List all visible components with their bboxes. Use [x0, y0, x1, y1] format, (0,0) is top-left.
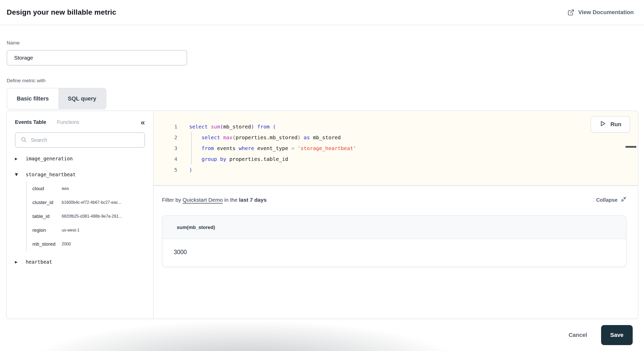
name-input[interactable]: [7, 50, 187, 66]
line-number: 5: [154, 164, 177, 175]
property-value: aws: [62, 186, 69, 191]
event-name: storage_heartbeat: [26, 172, 76, 177]
tree-event-storage_heartbeat[interactable]: ▼storage_heartbeat: [15, 169, 145, 180]
code-line-3: 3 from events where event_type = 'storag…: [154, 143, 638, 154]
property-key: cluster_id: [32, 200, 62, 205]
code-text: select max(properties.mb_stored) as mb_s…: [189, 132, 341, 143]
code-text: ): [189, 164, 192, 175]
sidebar-tabs: Events Table Functions «: [15, 119, 145, 125]
save-button[interactable]: Save: [601, 325, 633, 345]
view-documentation-label: View Documentation: [578, 9, 634, 16]
caret-down-icon[interactable]: ▼: [15, 172, 19, 177]
event-name: heartbeat: [26, 259, 52, 265]
name-label: Name: [7, 40, 187, 46]
search-box: [15, 132, 145, 148]
property-value: 6820fb25-d381-488b-9e7a-261...: [62, 214, 122, 219]
property-row-table_id[interactable]: table_id6820fb25-d381-488b-9e7a-261...: [32, 209, 145, 223]
caret-right-icon[interactable]: ▶: [15, 157, 19, 161]
query-result-table: sum(mb_stored) 3000: [162, 215, 627, 267]
property-value: b1600b4c-ef72-4b67-bc27-eac...: [62, 200, 121, 205]
define-metric-with-label: Define metric with: [7, 78, 187, 84]
play-icon: [599, 120, 606, 128]
collapse-results-button[interactable]: Collapse: [596, 196, 627, 204]
code-text: from events where event_type = 'storage_…: [189, 143, 356, 154]
run-label: Run: [610, 121, 621, 128]
property-key: region: [32, 227, 62, 233]
filter-description: Filter by Quickstart Demo in the last 7 …: [162, 197, 266, 203]
property-key: table_id: [32, 214, 62, 219]
tab-events-table[interactable]: Events Table: [15, 119, 46, 125]
metric-form: Name Define metric with Basic filters SQ…: [7, 25, 187, 109]
header: Design your new billable metric View Doc…: [0, 0, 644, 25]
property-key: mb_stored: [32, 241, 62, 247]
event-properties: cloudawscluster_idb1600b4c-ef72-4b67-bc2…: [26, 182, 145, 251]
events-tree: ▶image_generation▼storage_heartbeatcloud…: [15, 153, 145, 267]
code-line-1: 1select sum(mb_stored) from (: [154, 121, 638, 132]
property-row-region[interactable]: regionus-west-1: [32, 223, 145, 237]
collapse-arrows-icon: [621, 196, 627, 204]
events-sidebar: Events Table Functions « ▶image_generati…: [7, 111, 154, 319]
sql-editor-column: 1select sum(mb_stored) from (2 select ma…: [154, 111, 638, 319]
footer: Cancel Save: [0, 319, 644, 351]
filter-prefix: Filter by: [162, 197, 183, 203]
tab-functions[interactable]: Functions: [57, 119, 79, 125]
quickstart-demo-link[interactable]: Quickstart Demo: [183, 197, 223, 203]
filter-middle: in the: [223, 197, 239, 203]
define-metric-tabs: Basic filters SQL query: [7, 88, 106, 109]
sql-code-editor[interactable]: 1select sum(mb_stored) from (2 select ma…: [154, 111, 638, 186]
search-icon: [21, 136, 27, 144]
code-line-4: 4 group by properties.table_id: [154, 154, 638, 164]
line-number: 2: [154, 132, 177, 143]
filter-row: Filter by Quickstart Demo in the last 7 …: [162, 196, 627, 204]
tree-event-heartbeat[interactable]: ▶heartbeat: [15, 257, 145, 267]
line-number: 4: [154, 154, 177, 164]
line-number: 3: [154, 143, 177, 154]
run-button[interactable]: Run: [591, 116, 630, 133]
property-row-cloud[interactable]: cloudaws: [32, 182, 145, 196]
sql-builder-panel: Events Table Functions « ▶image_generati…: [6, 110, 638, 319]
property-row-cluster_id[interactable]: cluster_idb1600b4c-ef72-4b67-bc27-eac...: [32, 196, 145, 209]
property-value: 2000: [62, 242, 71, 246]
property-value: us-west-1: [62, 228, 79, 233]
chevrons-left-icon[interactable]: «: [141, 120, 145, 125]
tab-basic-filters[interactable]: Basic filters: [7, 88, 58, 109]
property-key: cloud: [32, 186, 62, 191]
page-title: Design your new billable metric: [7, 8, 116, 16]
collapse-results-label: Collapse: [596, 197, 618, 203]
cancel-button[interactable]: Cancel: [568, 332, 587, 338]
results-area: Filter by Quickstart Demo in the last 7 …: [154, 186, 638, 319]
code-text: select sum(mb_stored) from (: [189, 121, 276, 132]
property-row-mb_stored[interactable]: mb_stored2000: [32, 237, 145, 251]
code-line-5: 5): [154, 164, 638, 175]
caret-right-icon[interactable]: ▶: [15, 260, 19, 264]
code-line-2: 2 select max(properties.mb_stored) as mb…: [154, 132, 638, 143]
tree-event-image_generation[interactable]: ▶image_generation: [15, 153, 145, 164]
filter-range: last 7 days: [239, 197, 266, 203]
line-number: 1: [154, 121, 177, 132]
code-lines: 1select sum(mb_stored) from (2 select ma…: [154, 111, 638, 175]
result-column-header: sum(mb_stored): [162, 216, 626, 239]
event-name: image_generation: [26, 156, 73, 161]
tab-sql-query[interactable]: SQL query: [58, 88, 106, 109]
external-link-icon: [567, 9, 574, 16]
code-text: group by properties.table_id: [189, 154, 288, 164]
search-input[interactable]: [31, 137, 139, 143]
scroll-marker[interactable]: [625, 146, 636, 148]
view-documentation-link[interactable]: View Documentation: [567, 9, 634, 16]
result-cell: 3000: [162, 239, 626, 266]
